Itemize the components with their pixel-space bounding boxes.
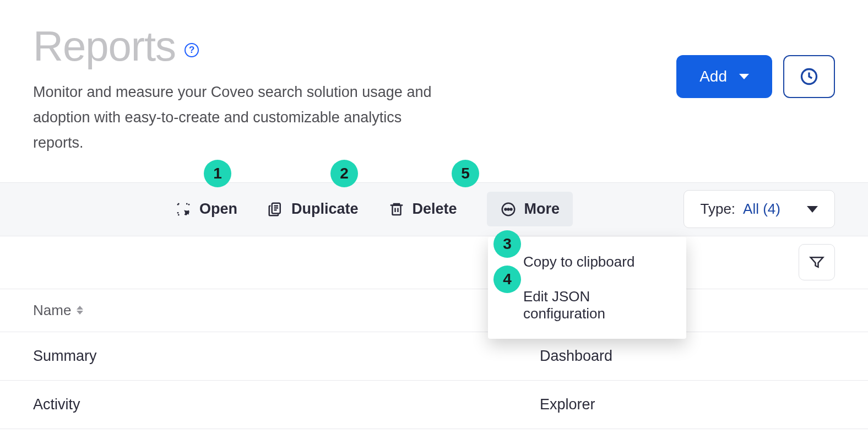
- table-header: Name Type: [0, 289, 868, 332]
- header-left: Reports ? Monitor and measure your Coveo…: [33, 22, 676, 156]
- add-button[interactable]: Add: [676, 55, 772, 98]
- chevron-down-icon: [739, 74, 749, 79]
- history-button[interactable]: [783, 55, 835, 98]
- edit-json-label: Edit JSON configuration: [523, 288, 605, 322]
- page-header: Reports ? Monitor and measure your Coveo…: [0, 0, 868, 156]
- chevron-down-icon: [807, 206, 818, 213]
- callout-3: 3: [493, 230, 521, 258]
- add-button-label: Add: [699, 68, 727, 85]
- type-filter[interactable]: Type: All (4): [683, 190, 836, 228]
- type-filter-value: All (4): [743, 201, 780, 218]
- duplicate-icon: [267, 201, 284, 218]
- title-row: Reports ?: [33, 22, 676, 70]
- trash-icon: [388, 201, 405, 218]
- delete-action[interactable]: Delete: [388, 201, 457, 218]
- open-icon: [175, 201, 192, 218]
- more-action[interactable]: More: [487, 192, 573, 226]
- duplicate-action[interactable]: Duplicate: [267, 201, 359, 218]
- toolbar-actions: Open Duplicate Delete: [175, 192, 573, 226]
- svg-point-6: [507, 208, 509, 210]
- duplicate-label: Duplicate: [291, 201, 359, 218]
- header-actions: Add: [676, 55, 835, 98]
- filter-button[interactable]: [799, 244, 835, 280]
- callout-1: 1: [204, 160, 231, 187]
- row-name: Summary: [33, 348, 540, 365]
- copy-clipboard-label: Copy to clipboard: [523, 253, 634, 270]
- svg-rect-3: [392, 205, 400, 215]
- clock-icon: [799, 67, 819, 86]
- open-action[interactable]: Open: [175, 201, 237, 218]
- page-title: Reports: [33, 22, 176, 70]
- row-type: Dashboard: [540, 348, 835, 365]
- svg-point-7: [510, 208, 512, 210]
- sort-icon: [77, 306, 83, 315]
- column-header-name[interactable]: Name: [33, 302, 540, 319]
- row-name: Activity: [33, 396, 540, 413]
- filter-row: [0, 236, 868, 289]
- help-icon[interactable]: ?: [185, 43, 199, 57]
- delete-label: Delete: [413, 201, 457, 218]
- more-label: More: [524, 201, 560, 218]
- type-filter-label: Type:: [701, 201, 736, 218]
- svg-point-5: [504, 208, 506, 210]
- table-row[interactable]: Activity Explorer: [0, 381, 868, 429]
- funnel-icon: [809, 254, 825, 270]
- column-name-label: Name: [33, 302, 71, 319]
- row-type: Explorer: [540, 396, 835, 413]
- callout-4: 4: [493, 266, 521, 293]
- callout-2: 2: [330, 160, 358, 187]
- more-icon: [500, 201, 517, 218]
- open-label: Open: [199, 201, 237, 218]
- table-row[interactable]: Summary Dashboard: [0, 332, 868, 381]
- page-description: Monitor and measure your Coveo search so…: [33, 80, 452, 156]
- action-toolbar: Open Duplicate Delete: [0, 182, 868, 236]
- callout-5: 5: [452, 160, 479, 187]
